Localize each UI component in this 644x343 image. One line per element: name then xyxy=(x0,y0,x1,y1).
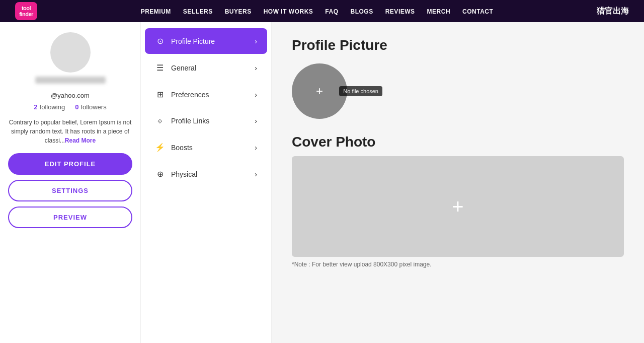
nav-item-profile-links[interactable]: ⟐Profile Links› xyxy=(145,108,267,133)
profile-picture-chevron: › xyxy=(255,37,257,45)
preferences-icon: ⊞ xyxy=(155,90,165,99)
left-sidebar: @yahoo.com 2 following 0 followers Contr… xyxy=(0,22,141,343)
nav-item-left-general: ☰General xyxy=(155,63,196,73)
nav-item-left-physical: ⊕Physical xyxy=(155,169,197,179)
nav-link-buyers[interactable]: BUYERS xyxy=(225,8,252,15)
boosts-chevron: › xyxy=(255,144,257,152)
edit-profile-button[interactable]: EDIT PROFILE xyxy=(8,153,132,175)
nav-link-sellers[interactable]: SELLERS xyxy=(183,8,213,15)
physical-chevron: › xyxy=(255,170,257,178)
cover-photo-upload[interactable]: + xyxy=(292,156,624,257)
nav-link-faq[interactable]: FAQ xyxy=(325,8,338,15)
nav-item-left-boosts: ⚡Boosts xyxy=(155,143,193,152)
profile-links-icon: ⟐ xyxy=(155,116,165,125)
nav-item-left-profile-links: ⟐Profile Links xyxy=(155,116,209,125)
nav-link-blogs[interactable]: BLOGS xyxy=(351,8,373,15)
no-file-tooltip: No file chosen xyxy=(339,86,382,96)
nav-link-contact[interactable]: CONTACT xyxy=(462,8,493,15)
nav-link-how-it-works[interactable]: HOW IT WORKS xyxy=(264,8,313,15)
physical-icon: ⊕ xyxy=(155,169,165,179)
nav-link-reviews[interactable]: REVIEWS xyxy=(385,8,415,15)
logo: toolfinder xyxy=(15,2,37,20)
followers-stat: 0 followers xyxy=(75,103,107,111)
followers-label: followers xyxy=(80,103,106,111)
settings-button[interactable]: SETTINGS xyxy=(8,180,132,201)
profile-links-chevron: › xyxy=(255,117,257,125)
nav-item-left-profile-picture: ⊙Profile Picture xyxy=(155,36,215,46)
profile-email: @yahoo.com xyxy=(51,92,90,99)
general-icon: ☰ xyxy=(155,63,165,73)
nav-item-left-preferences: ⊞Preferences xyxy=(155,90,209,99)
preview-button[interactable]: PREVIEW xyxy=(8,207,132,228)
general-chevron: › xyxy=(255,64,257,72)
avatar xyxy=(50,32,91,73)
profile-picture-label: Profile Picture xyxy=(171,37,215,45)
profile-picture-icon: ⊙ xyxy=(155,36,165,46)
nav-item-preferences[interactable]: ⊞Preferences› xyxy=(145,82,267,107)
nav-link-premium[interactable]: PREMIUM xyxy=(141,8,171,15)
cover-photo-title: Cover Photo xyxy=(292,134,624,150)
cover-note: *Note : For better view upload 800X300 p… xyxy=(292,261,624,268)
nav-item-physical[interactable]: ⊕Physical› xyxy=(145,161,267,187)
middle-nav: ⊙Profile Picture›☰General›⊞Preferences›⟐… xyxy=(141,22,272,343)
physical-label: Physical xyxy=(171,170,197,178)
right-content: Profile Picture + No file chosen Cover P… xyxy=(272,22,644,343)
read-more-link[interactable]: Read More xyxy=(65,137,96,144)
general-label: General xyxy=(171,64,196,72)
profile-avatar-area xyxy=(35,32,106,87)
profile-bio: Contrary to popular belief, Lorem Ipsum … xyxy=(8,118,132,145)
navbar-right-text: 猎官出海 xyxy=(597,6,629,17)
main-container: @yahoo.com 2 following 0 followers Contr… xyxy=(0,22,644,343)
logo-text: toolfinder xyxy=(19,5,33,17)
profile-name-blur xyxy=(35,77,106,84)
cover-plus-icon: + xyxy=(452,195,463,218)
profile-pic-plus-icon: + xyxy=(316,84,323,98)
profile-picture-title: Profile Picture xyxy=(292,37,624,53)
boosts-label: Boosts xyxy=(171,144,193,152)
boosts-icon: ⚡ xyxy=(155,143,165,152)
logo-icon: toolfinder xyxy=(15,2,37,20)
following-count: 2 xyxy=(34,103,37,111)
nav-item-general[interactable]: ☰General› xyxy=(145,55,267,81)
following-label: following xyxy=(40,103,65,111)
profile-pic-upload[interactable]: + No file chosen xyxy=(292,63,347,119)
nav-item-boosts[interactable]: ⚡Boosts› xyxy=(145,134,267,160)
profile-stats: 2 following 0 followers xyxy=(34,103,106,111)
nav-item-profile-picture[interactable]: ⊙Profile Picture› xyxy=(145,28,267,54)
followers-count: 0 xyxy=(75,103,78,111)
following-stat: 2 following xyxy=(34,103,65,111)
preferences-label: Preferences xyxy=(171,91,209,99)
nav-links: PREMIUMSELLERSBUYERSHOW IT WORKSFAQBLOGS… xyxy=(141,7,494,16)
navbar: toolfinder PREMIUMSELLERSBUYERSHOW IT WO… xyxy=(0,0,644,22)
nav-link-merch[interactable]: MERCH xyxy=(427,8,451,15)
profile-links-label: Profile Links xyxy=(171,117,209,125)
preferences-chevron: › xyxy=(255,91,257,99)
